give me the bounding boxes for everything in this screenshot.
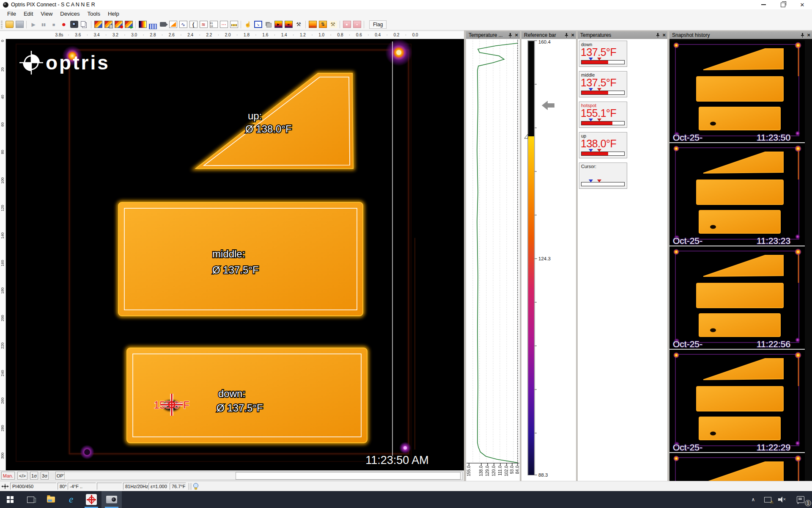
multi-diagram-button[interactable] <box>198 19 208 30</box>
menu-view[interactable]: View <box>37 9 56 19</box>
close-button[interactable]: ✕ <box>793 0 812 9</box>
snapshot-item[interactable]: Oct-25-11:22:29 <box>669 350 805 453</box>
mode-button-1[interactable]: 1σ <box>30 472 38 480</box>
ir-image-export-button[interactable] <box>123 19 134 30</box>
volume-muted-icon[interactable]: × <box>775 491 789 508</box>
temperature-wedge-button[interactable] <box>168 19 178 30</box>
profile-curve-button[interactable] <box>188 19 198 30</box>
network-status-icon[interactable] <box>760 491 775 508</box>
scale-ruler-button[interactable] <box>229 19 239 30</box>
ruler-tick: · <box>274 33 275 37</box>
snapshot-item[interactable]: Oct-25-11:22:56 <box>669 247 805 350</box>
range-arrows-button[interactable] <box>318 19 328 30</box>
profile-axis-tick: 93.0 <box>510 466 514 474</box>
mode-button-3[interactable]: 3σ <box>41 472 49 480</box>
measure-tools-button[interactable] <box>294 19 304 30</box>
thermal-image-canvas[interactable]: up: Ø 138.0°F middle: Ø 137.5°F down: Ø … <box>6 39 464 470</box>
measure-tools-icon <box>295 21 303 28</box>
panel-header[interactable]: Temperature ... × <box>466 31 520 39</box>
level-arrow-icon[interactable] <box>542 101 554 110</box>
video-window-button[interactable] <box>158 19 168 30</box>
histogram-button[interactable] <box>148 19 158 30</box>
mode-button-man[interactable]: Man. <box>1 472 15 480</box>
close-panel-icon[interactable]: × <box>515 33 518 38</box>
lamp-icon[interactable] <box>193 483 199 492</box>
start-button[interactable] <box>0 491 20 508</box>
menu-help[interactable]: Help <box>104 9 123 19</box>
panel-header[interactable]: Reference bar × <box>521 31 576 39</box>
record-pale-button[interactable] <box>342 19 352 30</box>
optris-app-icon[interactable] <box>81 491 102 508</box>
toolbar-separator <box>241 21 241 28</box>
snapshot-item[interactable] <box>669 453 805 481</box>
bar-marker-blue-icon[interactable] <box>589 58 593 61</box>
fullscreen-button[interactable] <box>253 19 263 30</box>
camera-app-icon[interactable] <box>102 491 122 508</box>
ir-image-record-button[interactable] <box>113 19 123 30</box>
ir-image-copy-window-button[interactable] <box>103 19 113 30</box>
layers-button[interactable] <box>263 19 273 30</box>
save-pale-button[interactable] <box>352 19 362 30</box>
diagram-button[interactable] <box>178 19 188 30</box>
scrollbar-thumb[interactable] <box>236 472 461 480</box>
taskbar: × 1 <box>0 491 812 508</box>
record-button[interactable] <box>59 19 69 30</box>
action-center-icon[interactable]: 1 <box>789 491 812 508</box>
ir-image-window-button[interactable] <box>93 19 103 30</box>
tray-chevron-icon[interactable] <box>746 491 760 508</box>
menu-tools[interactable]: Tools <box>84 9 104 19</box>
colorbar-marks-button[interactable] <box>283 19 294 30</box>
play-button[interactable] <box>28 19 38 30</box>
pin-icon[interactable] <box>565 33 568 38</box>
bar-marker-red-icon[interactable] <box>597 179 601 182</box>
toolbar-separator <box>305 21 306 28</box>
bar-marker-red-icon[interactable] <box>597 88 601 91</box>
gradient-range-button[interactable] <box>307 19 318 30</box>
minimize-button[interactable] <box>754 0 773 9</box>
close-panel-icon[interactable]: × <box>571 33 574 38</box>
bar-marker-blue-icon[interactable] <box>589 179 593 182</box>
panel-header[interactable]: Snapshot history × <box>669 31 812 39</box>
snapshot-item[interactable]: Oct-25-11:23:23 <box>669 144 805 246</box>
menu-devices[interactable]: Devices <box>56 9 83 19</box>
pin-icon[interactable] <box>656 33 660 38</box>
save-button[interactable] <box>14 19 25 30</box>
status-ambient: 76.7°F <box>170 483 186 490</box>
task-view-button[interactable] <box>20 491 41 508</box>
palette-button[interactable] <box>137 19 148 30</box>
menu-file[interactable]: File <box>3 9 20 19</box>
snapshot-item[interactable]: Oct-25-11:23:50 <box>669 40 805 143</box>
digital-display-button[interactable] <box>208 19 219 30</box>
stop-button[interactable] <box>49 19 59 30</box>
open-file-button[interactable] <box>4 19 14 30</box>
pin-icon[interactable] <box>508 33 512 38</box>
bar-marker-blue-icon[interactable] <box>589 149 593 152</box>
close-panel-icon[interactable]: × <box>807 33 810 38</box>
mode-button-[interactable]: </> <box>17 472 27 480</box>
internet-explorer-icon[interactable] <box>61 491 81 508</box>
pan-hand-button[interactable] <box>243 19 253 30</box>
reference-bar-button[interactable] <box>219 19 229 30</box>
bar-marker-blue-icon[interactable] <box>589 88 593 91</box>
copy-button[interactable] <box>79 19 89 30</box>
bar-marker-red-icon[interactable] <box>597 119 601 121</box>
bar-marker-red-icon[interactable] <box>597 58 601 61</box>
pin-icon[interactable] <box>801 33 804 38</box>
pause-button[interactable] <box>38 19 49 30</box>
close-panel-icon[interactable]: × <box>662 33 666 38</box>
toolbar-grip[interactable] <box>1 21 3 28</box>
panel-header[interactable]: Temperatures × <box>578 31 667 39</box>
file-explorer-icon[interactable] <box>41 491 61 508</box>
horizontal-scrollbar[interactable] <box>64 472 463 480</box>
bar-marker-blue-icon[interactable] <box>589 119 593 121</box>
snapshot-camera-button[interactable] <box>69 19 79 30</box>
bar-marker-red-icon[interactable] <box>597 149 601 152</box>
restore-button[interactable] <box>773 0 793 9</box>
thermal-image-view[interactable]: up: Ø 138.0°F middle: Ø 137.5°F down: Ø … <box>6 39 464 470</box>
colorbar-range-button[interactable] <box>273 19 283 30</box>
menu-edit[interactable]: Edit <box>20 9 37 19</box>
open-file-icon <box>5 21 14 28</box>
flag-button[interactable]: Flag <box>369 20 387 29</box>
range-marker[interactable] <box>524 134 528 138</box>
adjust-tools-button[interactable] <box>328 19 338 30</box>
